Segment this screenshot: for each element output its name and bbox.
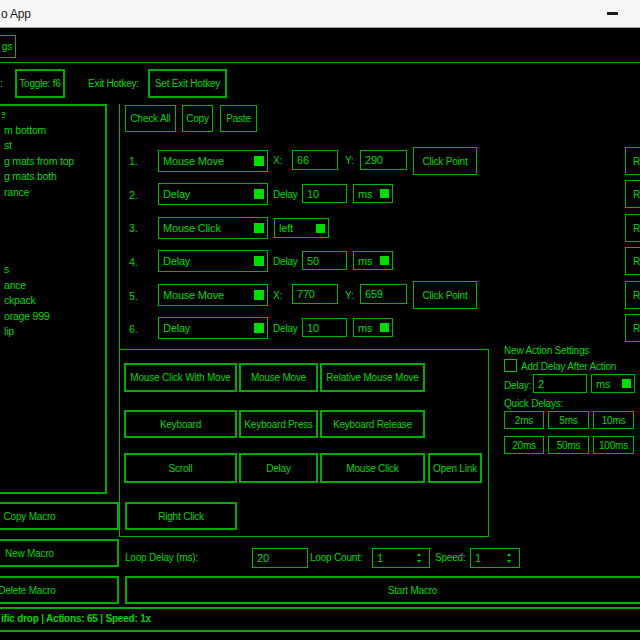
dropdown-arrow-icon <box>254 323 264 333</box>
quick-delay-2ms-button[interactable]: 2ms <box>504 411 544 429</box>
list-item[interactable]: s <box>2 262 107 278</box>
unit-dropdown[interactable]: ms <box>353 318 393 337</box>
mouse-move-button[interactable]: Mouse Move <box>239 363 318 392</box>
action-type-dropdown[interactable]: Mouse Move <box>158 150 268 172</box>
x-value: 770 <box>297 288 315 300</box>
keyboard-release-button[interactable]: Keyboard Release <box>320 410 425 438</box>
remove-action-button[interactable]: R <box>625 180 640 208</box>
y-input[interactable]: 290 <box>360 150 407 170</box>
list-item[interactable]: e <box>2 107 107 123</box>
unit-value: ms <box>358 322 372 334</box>
action-type-value: Mouse Click <box>163 222 221 234</box>
list-item[interactable]: m bottom <box>2 123 107 139</box>
status-text: ific drop | Actions: 65 | Speed: 1x <box>1 613 151 624</box>
new-macro-button[interactable]: New Macro <box>0 539 119 567</box>
nas-unit-dropdown[interactable]: ms <box>591 374 635 393</box>
minimize-icon[interactable] <box>607 12 618 15</box>
delay-input[interactable]: 10 <box>302 318 347 337</box>
delay-button[interactable]: Delay <box>239 453 318 483</box>
list-item[interactable] <box>2 247 107 263</box>
keyboard-press-button[interactable]: Keyboard Press <box>239 410 318 438</box>
remove-action-button[interactable]: R <box>625 281 640 309</box>
check-all-button[interactable]: Check All <box>125 105 176 132</box>
speed-spinner[interactable]: 1 <box>470 548 520 568</box>
list-item[interactable]: st <box>2 138 107 154</box>
spinner-arrows-icon[interactable] <box>417 553 421 563</box>
dropdown-arrow-icon <box>380 189 389 198</box>
keyboard-button[interactable]: Keyboard <box>124 410 237 438</box>
remove-action-button[interactable]: R <box>625 147 640 175</box>
delete-macro-button[interactable]: Delete Macro <box>0 576 119 604</box>
paste-button[interactable]: Paste <box>220 105 257 132</box>
nas-delay-input[interactable]: 2 <box>533 374 587 393</box>
action-type-dropdown[interactable]: Mouse Click <box>158 217 268 239</box>
unit-dropdown[interactable]: ms <box>353 184 393 203</box>
mouse-click-button[interactable]: Mouse Click <box>320 453 425 483</box>
delay-value: 10 <box>307 188 319 200</box>
quick-delay-5ms-button[interactable]: 5ms <box>548 411 589 429</box>
delay-value: 10 <box>307 322 319 334</box>
quick-delay-20ms-button[interactable]: 20ms <box>504 436 544 454</box>
macro-list[interactable]: e m bottom st g mats from top g mats bot… <box>0 104 107 494</box>
mouse-click-with-move-button[interactable]: Mouse Click With Move <box>124 363 237 392</box>
y-input[interactable]: 659 <box>360 284 407 304</box>
set-exit-hotkey-button[interactable]: Set Exit Hotkey <box>148 69 227 98</box>
add-delay-checkbox[interactable] <box>504 359 517 372</box>
x-input[interactable]: 770 <box>292 284 338 304</box>
remove-action-button[interactable]: R <box>625 314 640 342</box>
scroll-button[interactable]: Scroll <box>124 453 237 483</box>
action-row-number: 2. <box>129 189 137 201</box>
copy-macro-button[interactable]: Copy Macro <box>0 502 119 530</box>
add-delay-label: Add Delay After Action <box>521 361 616 372</box>
action-type-value: Delay <box>163 322 190 334</box>
spinner-arrows-icon[interactable] <box>507 553 511 563</box>
list-item[interactable]: orage 999 <box>2 309 107 325</box>
quick-delay-100ms-button[interactable]: 100ms <box>593 436 634 454</box>
loop-delay-label: Loop Delay (ms): <box>125 552 198 563</box>
remove-label: R <box>633 323 640 334</box>
toggle-hotkey-label: : <box>0 78 3 89</box>
action-type-dropdown[interactable]: Delay <box>158 250 268 272</box>
x-input[interactable]: 66 <box>292 150 338 170</box>
nas-delay-label: Delay: <box>504 380 531 391</box>
remove-action-button[interactable]: R <box>625 214 640 242</box>
x-label: X: <box>273 155 282 166</box>
list-item[interactable] <box>2 200 107 216</box>
delay-input[interactable]: 10 <box>302 184 347 203</box>
right-click-button[interactable]: Right Click <box>125 502 237 530</box>
loop-delay-input[interactable]: 20 <box>252 548 308 568</box>
action-type-dropdown[interactable]: Delay <box>158 317 268 339</box>
list-item[interactable]: rance <box>2 185 107 201</box>
start-macro-button[interactable]: Start Macro <box>125 576 640 604</box>
unit-dropdown[interactable]: ms <box>353 251 393 270</box>
remove-label: R <box>633 223 640 234</box>
quick-delay-10ms-button[interactable]: 10ms <box>593 411 634 429</box>
list-item[interactable]: g mats from top <box>2 154 107 170</box>
copy-button[interactable]: Copy <box>182 105 213 132</box>
macro-app-window: o App gs : Toggle: f6 Exit Hotkey: Set E… <box>0 0 640 640</box>
list-item[interactable]: ance <box>2 278 107 294</box>
remove-action-button[interactable]: R <box>625 247 640 275</box>
list-item[interactable] <box>2 231 107 247</box>
tab-settings[interactable]: gs <box>0 35 16 58</box>
list-item[interactable]: lip <box>2 324 107 340</box>
list-item[interactable] <box>2 216 107 232</box>
relative-mouse-move-button[interactable]: Relative Mouse Move <box>320 363 425 392</box>
x-value: 66 <box>297 154 309 166</box>
click-point-button[interactable]: Click Point <box>413 281 477 309</box>
delay-input[interactable]: 50 <box>302 251 347 270</box>
mouse-button-dropdown[interactable]: left <box>274 218 329 238</box>
dropdown-arrow-icon <box>622 379 631 388</box>
list-item[interactable]: g mats both <box>2 169 107 185</box>
action-type-dropdown[interactable]: Delay <box>158 183 268 205</box>
open-link-button[interactable]: Open Link <box>428 453 482 483</box>
toggle-hotkey-button[interactable]: Toggle: f6 <box>15 69 65 98</box>
list-item[interactable]: ckpack <box>2 293 107 309</box>
dropdown-arrow-icon <box>254 189 264 199</box>
quick-delays-label: Quick Delays: <box>504 398 563 409</box>
loop-count-spinner[interactable]: 1 <box>372 548 430 568</box>
click-point-button[interactable]: Click Point <box>413 147 477 175</box>
action-type-dropdown[interactable]: Mouse Move <box>158 284 268 306</box>
dropdown-arrow-icon <box>380 256 389 265</box>
quick-delay-50ms-button[interactable]: 50ms <box>548 436 589 454</box>
